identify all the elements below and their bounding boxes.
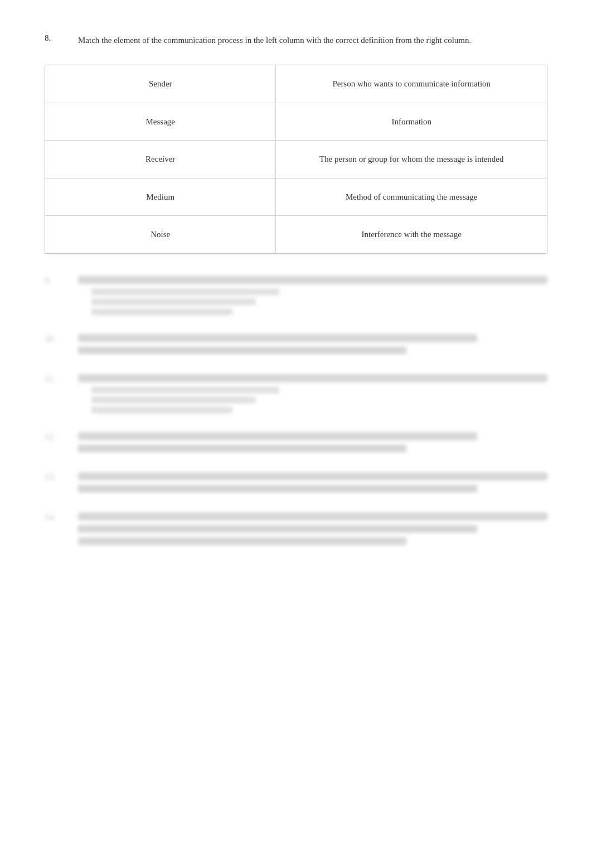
match-right-4: Interference with the message (276, 216, 547, 254)
question-number-8: 8. (45, 33, 65, 47)
match-left-3: Medium (45, 178, 276, 216)
blurred-questions: 9. 10. 11. 12. 13. (45, 276, 547, 549)
blurred-item-12: 12. (45, 432, 547, 457)
match-right-2: The person or group for whom the message… (276, 141, 547, 179)
match-left-4: Noise (45, 216, 276, 254)
match-table: SenderPerson who wants to communicate in… (45, 65, 547, 254)
match-row-3: MediumMethod of communicating the messag… (45, 178, 547, 216)
match-left-2: Receiver (45, 141, 276, 179)
blurred-item-13: 13. (45, 472, 547, 497)
blurred-item-10: 10. (45, 334, 547, 359)
blurred-item-9: 9. (45, 276, 547, 319)
match-row-0: SenderPerson who wants to communicate in… (45, 65, 547, 103)
match-row-1: MessageInformation (45, 103, 547, 141)
question-text-8: Match the element of the communication p… (78, 33, 471, 47)
match-row-2: ReceiverThe person or group for whom the… (45, 141, 547, 179)
match-left-0: Sender (45, 65, 276, 103)
blurred-item-14: 14. (45, 513, 547, 549)
match-right-0: Person who wants to communicate informat… (276, 65, 547, 103)
blurred-item-11: 11. (45, 374, 547, 417)
match-right-3: Method of communicating the message (276, 178, 547, 216)
match-left-1: Message (45, 103, 276, 141)
match-right-1: Information (276, 103, 547, 141)
question-8: 8. Match the element of the communicatio… (45, 33, 547, 47)
match-row-4: NoiseInterference with the message (45, 216, 547, 254)
